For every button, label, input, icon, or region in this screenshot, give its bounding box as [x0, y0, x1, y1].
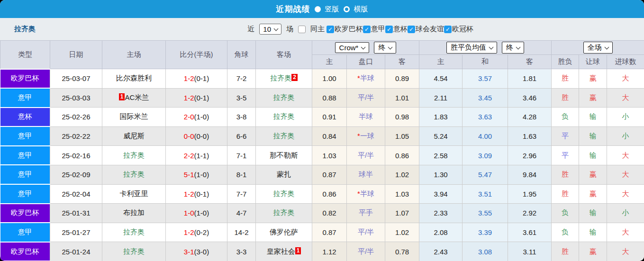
away-team-name[interactable]: 拉齐奥: [273, 132, 295, 140]
corner-score: 7-2: [227, 69, 256, 89]
match-score: 2-2(1-1): [166, 146, 227, 165]
away-team-name[interactable]: 皇家社会: [267, 247, 295, 255]
odds-away: 1.01: [385, 88, 419, 108]
away-team-name[interactable]: 拉齐奥: [270, 74, 291, 82]
league-filter: ✓欧罗巴杯: [327, 25, 363, 34]
away-team-name[interactable]: 那不勒斯: [270, 151, 298, 159]
home-team-name[interactable]: 国际米兰: [120, 112, 148, 120]
home-team-name[interactable]: 威尼斯: [123, 132, 145, 140]
col-header-type: 类型: [0, 41, 50, 69]
away-team: 拉齐奥: [256, 184, 312, 204]
avg-state-select[interactable]: 终: [502, 42, 524, 54]
avg-lose: 9.84: [508, 165, 552, 184]
col-header-goals: 进球数: [607, 55, 644, 69]
match-date: 25-03-07: [50, 69, 102, 89]
home-team: 拉齐奥: [102, 146, 166, 165]
odds-home: 0.87: [312, 223, 347, 242]
avg-group-header: 胜平负均值 终: [419, 41, 552, 55]
result-wdl: 平: [552, 126, 579, 146]
full-time-score: 1-2: [184, 74, 194, 82]
result-handicap: 赢: [579, 165, 607, 184]
league-checkbox[interactable]: ✓: [327, 26, 334, 33]
handicap-text: 平/半: [358, 247, 374, 255]
half-time-score: (1-0): [194, 113, 209, 121]
away-team-name[interactable]: 蒙扎: [277, 170, 291, 178]
layout-radio-vertical-label[interactable]: 竖版: [325, 5, 339, 14]
odds-away: 0.89: [385, 69, 419, 89]
avg-draw: 3.08: [463, 242, 508, 261]
same-home-label: 同主: [310, 25, 325, 34]
layout-radio-horizontal-label[interactable]: 横版: [354, 5, 368, 14]
recent-count-select[interactable]: 10: [259, 24, 281, 35]
title-bar: 近期战绩 竖版 横版: [0, 0, 644, 18]
match-type-badge: 意甲: [0, 184, 50, 204]
result-handicap: 输: [579, 204, 607, 223]
home-team-name[interactable]: 比尔森胜利: [116, 74, 152, 82]
away-team-name[interactable]: 拉齐奥: [273, 93, 295, 101]
league-label: 欧罗巴杯: [335, 25, 363, 34]
home-team-name[interactable]: 卡利亚里: [120, 189, 148, 198]
recent-results-panel: 近期战绩 竖版 横版 拉齐奥 近 10 场 同主 ✓欧罗巴杯✓意甲✓意杯✓球会友…: [0, 0, 644, 261]
avg-win: 2.33: [419, 204, 463, 223]
chevron-down-icon: [361, 45, 366, 49]
result-wdl: 胜: [552, 184, 579, 204]
odds-away: 1.02: [385, 223, 419, 242]
league-checkbox[interactable]: ✓: [363, 26, 371, 33]
match-type-badge: 欧罗巴杯: [0, 242, 50, 261]
league-label: 意甲: [371, 25, 385, 34]
avg-type-select[interactable]: 胜平负均值: [446, 42, 497, 54]
odds-handicap: 平/半: [347, 242, 385, 261]
odds-company-select[interactable]: Crow*: [335, 42, 370, 53]
corner-score: 3-5: [227, 88, 256, 108]
col-header-handicap-result: 让球: [579, 55, 607, 69]
odds-state-select[interactable]: 终: [374, 42, 396, 54]
league-checkbox[interactable]: ✓: [408, 26, 415, 33]
handicap-text: 一球: [360, 132, 374, 140]
result-wdl: 胜: [552, 242, 579, 261]
odds-home: 1.12: [312, 242, 347, 261]
avg-draw: 3.39: [463, 223, 508, 242]
corner-score: 3-8: [227, 108, 256, 127]
home-team-name[interactable]: 拉齐奥: [123, 170, 145, 178]
col-header-odds-handicap: 盘口: [347, 55, 385, 69]
home-team-name[interactable]: 拉齐奥: [123, 247, 145, 255]
league-checkbox[interactable]: ✓: [444, 26, 452, 33]
layout-radio-horizontal[interactable]: [344, 6, 350, 12]
odds-away: 1.07: [385, 204, 419, 223]
league-filters: ✓欧罗巴杯✓意甲✓意杯✓球会友谊✓欧冠杯: [327, 25, 473, 34]
odds-home: 0.86: [312, 184, 347, 204]
avg-win: 2.58: [419, 146, 463, 165]
chevron-down-icon: [274, 26, 279, 31]
avg-win: 2.08: [419, 223, 463, 242]
odds-home: 1.03: [312, 146, 347, 165]
chevron-down-icon: [388, 45, 393, 49]
home-team-name[interactable]: 拉齐奥: [123, 228, 145, 236]
same-home-checkbox[interactable]: [298, 26, 306, 33]
away-team-name[interactable]: 拉齐奥: [273, 189, 295, 198]
home-team: 拉齐奥: [102, 242, 166, 261]
result-handicap: 赢: [579, 242, 607, 261]
full-time-score: 2-0: [184, 113, 194, 121]
col-header-avg-win: 主: [419, 55, 463, 69]
away-team-name[interactable]: 佛罗伦萨: [270, 228, 298, 236]
layout-radio-vertical[interactable]: [315, 6, 321, 12]
half-time-score: (1-0): [194, 209, 209, 217]
handicap-text: 平/半: [358, 93, 374, 101]
league-checkbox[interactable]: ✓: [385, 26, 393, 33]
home-team: 1AC米兰: [102, 88, 166, 108]
match-type-badge: 意甲: [0, 223, 50, 242]
corner-score: 6-6: [227, 126, 256, 146]
avg-lose: 3.11: [508, 242, 552, 261]
away-team-name[interactable]: 拉齐奥: [273, 208, 295, 216]
away-team-name[interactable]: 拉齐奥: [273, 112, 295, 120]
home-team: 拉齐奥: [102, 223, 166, 242]
handicap-text: 半球: [359, 112, 373, 120]
table-row: 意甲25-02-04卡利亚里1-2(0-1)7-7拉齐奥0.86*半球1.033…: [0, 184, 644, 204]
match-date: 25-02-09: [50, 165, 102, 184]
match-type-badge: 意杯: [0, 108, 50, 127]
home-team-name[interactable]: 拉齐奥: [123, 151, 145, 159]
home-team-name[interactable]: 布拉加: [123, 208, 145, 216]
home-team-name[interactable]: AC米兰: [125, 93, 149, 101]
scope-select[interactable]: 全场: [583, 42, 613, 54]
result-goals: 小: [607, 108, 644, 127]
